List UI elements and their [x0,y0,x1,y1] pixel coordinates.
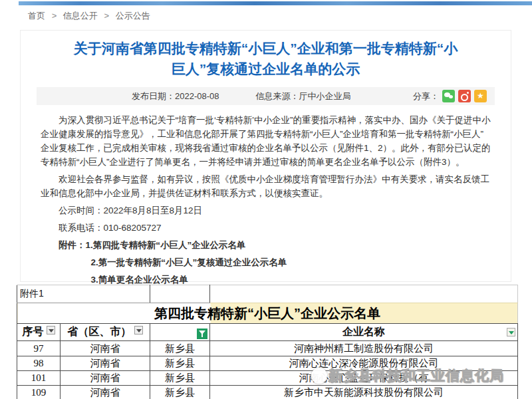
cell-county: 新乡县 [150,371,210,386]
active-filter-funnel-icon[interactable] [197,329,207,339]
table-row: 97 河南省 新乡县 河南神州精工制造股份有限公司 [17,341,518,356]
site-nav-bottom-bar [19,1,532,5]
cell-county: 新乡县 [150,386,210,399]
share-label: 分享： [413,90,439,102]
attachment-corner-label: 附件1 [17,285,150,303]
weibo-share-icon[interactable] [458,90,471,102]
wechat-share-icon[interactable] [442,90,455,102]
paragraph-1: 为深入贯彻习近平总书记关于“培育一批‘专精特新’中小企业”的重要指示精神，落实中… [41,113,491,169]
cell-company: 河南神州精工制造股份有限公司 [210,341,518,356]
article-meta-bar: 发布日期：2022-08-08 信息来源：厅中小企业局 分享： [37,87,495,105]
article-card: 关于河南省第四批专精特新“小巨人”企业和第一批专精特新“小巨人”复核通过企业名单… [20,30,511,282]
cell-county: 新乡县 [150,356,210,371]
breadcrumb: 首页 > 信息公开 > 公示公告 [28,10,150,22]
attachment-line-2[interactable]: 2.第一批专精特新“小巨人”复核通过企业公示名单 [41,255,491,269]
attachment-line-1[interactable]: 附件：1.第四批专精特新“小巨人”企业公示名单 [41,238,491,252]
breadcrumb-separator: > [104,11,109,21]
header-province-label: 省（区、市） [68,326,132,337]
cell-no: 97 [17,341,61,356]
paragraph-2: 欢迎社会各界参与监督，如有异议，按照《优质中小企业梯度培育管理暂行办法》中有关要… [41,172,491,200]
cell-no: 109 [17,386,61,399]
info-source: 信息来源：厅中小企业局 [256,90,351,102]
cell-no: 101 [17,371,61,386]
qzone-share-icon[interactable] [474,90,487,102]
page-title: 关于河南省第四批专精特新“小巨人”企业和第一批专精特新“小巨人”复核通过企业名单… [72,38,460,79]
article-body: 为深入贯彻习近平总书记关于“培育一批‘专精特新’中小企业”的重要指示精神，落实中… [41,113,491,304]
breadcrumb-info-disclosure[interactable]: 信息公开 [63,11,98,21]
breadcrumb-announcements[interactable]: 公示公告 [116,11,150,21]
cell-province: 河南省 [61,356,150,371]
cell-company: 河南心连心蓝色环保科技（有 [210,371,518,386]
header-no-label: 序号 [23,326,44,337]
table-row: 101 河南省 新乡县 河南心连心蓝色环保科技（有 [17,371,518,386]
public-time-line: 公示时间：2022年8月8日至8月12日 [41,203,491,217]
attachment-spreadsheet: 附件1 第四批专精特新“小巨人”企业公示名单 序号 省（区、市） 企业名称 97… [17,285,517,399]
table-row: 98 河南省 新乡县 河南心连心深冷能源股份有限公司 [17,356,518,371]
table-row: 109 河南省 新乡县 新乡市中天新能源科技股份有限公司 [17,386,518,399]
column-header-company: 企业名称 [210,324,518,341]
column-header-county [150,324,210,341]
cell-province: 河南省 [61,386,150,399]
filter-dropdown-icon[interactable] [507,328,515,336]
breadcrumb-home[interactable]: 首页 [28,11,45,21]
filter-dropdown-icon[interactable] [47,326,55,334]
column-header-no: 序号 [17,324,61,341]
breadcrumb-separator: > [52,11,57,21]
cell-province: 河南省 [61,341,150,356]
header-company-label: 企业名称 [342,326,385,337]
empty-cell [210,285,518,303]
cell-county: 新乡县 [150,341,210,356]
filter-dropdown-icon[interactable] [134,326,143,334]
contact-phone-line: 联系电话：010-68205727 [41,221,491,235]
empty-cell [150,285,210,303]
share-controls: 分享： [413,90,487,102]
table-title: 第四批专精特新“小巨人”企业公示名单 [17,303,518,324]
cell-company: 河南心连心深冷能源股份有限公司 [210,356,518,371]
cell-no: 98 [17,356,61,371]
column-header-province: 省（区、市） [61,324,150,341]
publish-date: 发布日期：2022-08-08 [37,90,219,102]
cell-province: 河南省 [61,371,150,386]
cell-company: 新乡市中天新能源科技股份有限公司 [210,386,518,399]
